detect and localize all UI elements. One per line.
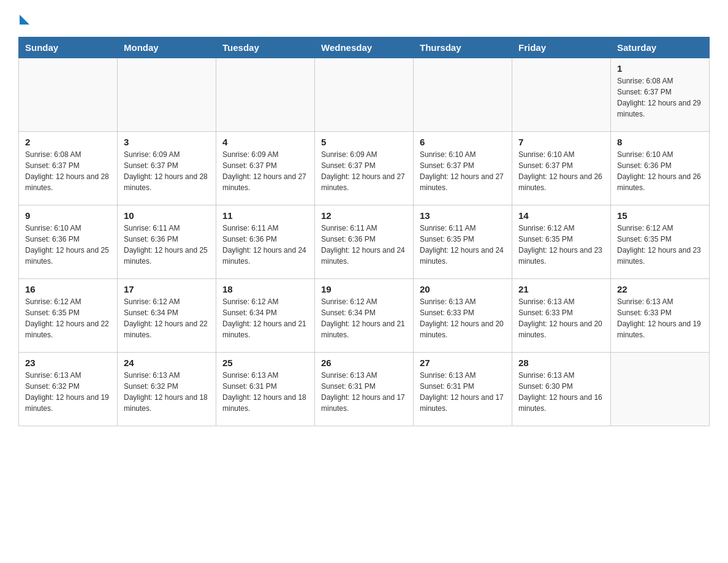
logo: [18, 12, 29, 25]
calendar-week-row: 16Sunrise: 6:12 AMSunset: 6:35 PMDayligh…: [19, 279, 710, 353]
day-info: Sunrise: 6:08 AMSunset: 6:37 PMDaylight:…: [25, 149, 111, 193]
calendar-day-cell: 24Sunrise: 6:13 AMSunset: 6:32 PMDayligh…: [118, 353, 216, 426]
day-number: 27: [420, 358, 506, 368]
calendar-day-cell: 8Sunrise: 6:10 AMSunset: 6:36 PMDaylight…: [611, 132, 710, 205]
day-info: Sunrise: 6:10 AMSunset: 6:36 PMDaylight:…: [25, 223, 111, 267]
day-number: 20: [420, 284, 506, 294]
day-info: Sunrise: 6:12 AMSunset: 6:35 PMDaylight:…: [25, 296, 111, 340]
calendar-day-cell: [512, 58, 611, 132]
page-header: [18, 12, 710, 25]
day-info: Sunrise: 6:12 AMSunset: 6:34 PMDaylight:…: [124, 296, 210, 340]
calendar-day-cell: 22Sunrise: 6:13 AMSunset: 6:33 PMDayligh…: [611, 279, 710, 353]
day-info: Sunrise: 6:10 AMSunset: 6:37 PMDaylight:…: [420, 149, 506, 193]
day-info: Sunrise: 6:12 AMSunset: 6:35 PMDaylight:…: [617, 223, 703, 267]
day-number: 9: [25, 210, 111, 221]
calendar-day-cell: 10Sunrise: 6:11 AMSunset: 6:36 PMDayligh…: [118, 205, 216, 279]
day-info: Sunrise: 6:12 AMSunset: 6:34 PMDaylight:…: [222, 296, 308, 340]
day-info: Sunrise: 6:11 AMSunset: 6:35 PMDaylight:…: [420, 223, 506, 267]
day-number: 18: [222, 284, 308, 294]
calendar-day-cell: 18Sunrise: 6:12 AMSunset: 6:34 PMDayligh…: [216, 279, 315, 353]
calendar-day-cell: 20Sunrise: 6:13 AMSunset: 6:33 PMDayligh…: [414, 279, 512, 353]
day-info: Sunrise: 6:10 AMSunset: 6:37 PMDaylight:…: [518, 149, 604, 193]
day-number: 4: [222, 137, 308, 147]
day-of-week-header: Saturday: [611, 37, 710, 58]
calendar-day-cell: 11Sunrise: 6:11 AMSunset: 6:36 PMDayligh…: [216, 205, 315, 279]
day-number: 10: [124, 210, 210, 221]
day-number: 13: [420, 210, 506, 221]
day-number: 24: [124, 358, 210, 368]
day-info: Sunrise: 6:11 AMSunset: 6:36 PMDaylight:…: [321, 223, 407, 267]
calendar-day-cell: 12Sunrise: 6:11 AMSunset: 6:36 PMDayligh…: [315, 205, 414, 279]
calendar-day-cell: 2Sunrise: 6:08 AMSunset: 6:37 PMDaylight…: [19, 132, 118, 205]
day-info: Sunrise: 6:13 AMSunset: 6:33 PMDaylight:…: [518, 296, 604, 340]
day-number: 8: [617, 137, 703, 147]
calendar-day-cell: 9Sunrise: 6:10 AMSunset: 6:36 PMDaylight…: [19, 205, 118, 279]
calendar-day-cell: [414, 58, 512, 132]
day-info: Sunrise: 6:13 AMSunset: 6:33 PMDaylight:…: [420, 296, 506, 340]
day-number: 7: [518, 137, 604, 147]
day-number: 25: [222, 358, 308, 368]
day-of-week-header: Monday: [118, 37, 216, 58]
logo-triangle-icon: [20, 15, 29, 25]
calendar-day-cell: 25Sunrise: 6:13 AMSunset: 6:31 PMDayligh…: [216, 353, 315, 426]
calendar-day-cell: 5Sunrise: 6:09 AMSunset: 6:37 PMDaylight…: [315, 132, 414, 205]
day-info: Sunrise: 6:13 AMSunset: 6:32 PMDaylight:…: [124, 370, 210, 414]
day-of-week-header: Wednesday: [315, 37, 414, 58]
calendar-week-row: 23Sunrise: 6:13 AMSunset: 6:32 PMDayligh…: [19, 353, 710, 426]
day-number: 26: [321, 358, 407, 368]
calendar-day-cell: 3Sunrise: 6:09 AMSunset: 6:37 PMDaylight…: [118, 132, 216, 205]
day-info: Sunrise: 6:08 AMSunset: 6:37 PMDaylight:…: [617, 75, 703, 120]
day-info: Sunrise: 6:09 AMSunset: 6:37 PMDaylight:…: [321, 149, 407, 193]
calendar-day-cell: 14Sunrise: 6:12 AMSunset: 6:35 PMDayligh…: [512, 205, 611, 279]
calendar-week-row: 2Sunrise: 6:08 AMSunset: 6:37 PMDaylight…: [19, 132, 710, 205]
calendar-day-cell: 19Sunrise: 6:12 AMSunset: 6:34 PMDayligh…: [315, 279, 414, 353]
day-number: 1: [617, 63, 703, 74]
calendar-day-cell: 27Sunrise: 6:13 AMSunset: 6:31 PMDayligh…: [414, 353, 512, 426]
calendar-day-cell: [19, 58, 118, 132]
day-number: 11: [222, 210, 308, 221]
calendar-day-cell: [315, 58, 414, 132]
day-info: Sunrise: 6:10 AMSunset: 6:36 PMDaylight:…: [617, 149, 703, 193]
day-number: 17: [124, 284, 210, 294]
day-info: Sunrise: 6:13 AMSunset: 6:31 PMDaylight:…: [420, 370, 506, 414]
calendar-day-cell: 1Sunrise: 6:08 AMSunset: 6:37 PMDaylight…: [611, 58, 710, 132]
calendar-day-cell: 26Sunrise: 6:13 AMSunset: 6:31 PMDayligh…: [315, 353, 414, 426]
calendar-day-cell: 21Sunrise: 6:13 AMSunset: 6:33 PMDayligh…: [512, 279, 611, 353]
day-info: Sunrise: 6:11 AMSunset: 6:36 PMDaylight:…: [222, 223, 308, 267]
day-number: 28: [518, 358, 604, 368]
calendar-table: SundayMondayTuesdayWednesdayThursdayFrid…: [18, 37, 710, 426]
calendar-day-cell: 13Sunrise: 6:11 AMSunset: 6:35 PMDayligh…: [414, 205, 512, 279]
day-number: 14: [518, 210, 604, 221]
day-info: Sunrise: 6:13 AMSunset: 6:30 PMDaylight:…: [518, 370, 604, 414]
calendar-week-row: 9Sunrise: 6:10 AMSunset: 6:36 PMDaylight…: [19, 205, 710, 279]
day-number: 15: [617, 210, 703, 221]
day-number: 19: [321, 284, 407, 294]
calendar-day-cell: [611, 353, 710, 426]
calendar-day-cell: 6Sunrise: 6:10 AMSunset: 6:37 PMDaylight…: [414, 132, 512, 205]
calendar-week-row: 1Sunrise: 6:08 AMSunset: 6:37 PMDaylight…: [19, 58, 710, 132]
calendar-day-cell: 28Sunrise: 6:13 AMSunset: 6:30 PMDayligh…: [512, 353, 611, 426]
calendar-day-cell: 4Sunrise: 6:09 AMSunset: 6:37 PMDaylight…: [216, 132, 315, 205]
day-number: 5: [321, 137, 407, 147]
day-info: Sunrise: 6:11 AMSunset: 6:36 PMDaylight:…: [124, 223, 210, 267]
calendar-day-cell: 16Sunrise: 6:12 AMSunset: 6:35 PMDayligh…: [19, 279, 118, 353]
day-info: Sunrise: 6:09 AMSunset: 6:37 PMDaylight:…: [222, 149, 308, 193]
day-number: 22: [617, 284, 703, 294]
day-number: 2: [25, 137, 111, 147]
calendar-day-cell: 23Sunrise: 6:13 AMSunset: 6:32 PMDayligh…: [19, 353, 118, 426]
day-info: Sunrise: 6:13 AMSunset: 6:31 PMDaylight:…: [321, 370, 407, 414]
day-number: 16: [25, 284, 111, 294]
calendar-day-cell: 15Sunrise: 6:12 AMSunset: 6:35 PMDayligh…: [611, 205, 710, 279]
day-info: Sunrise: 6:13 AMSunset: 6:33 PMDaylight:…: [617, 296, 703, 340]
calendar-header-row: SundayMondayTuesdayWednesdayThursdayFrid…: [19, 37, 710, 58]
day-info: Sunrise: 6:09 AMSunset: 6:37 PMDaylight:…: [124, 149, 210, 193]
calendar-day-cell: 17Sunrise: 6:12 AMSunset: 6:34 PMDayligh…: [118, 279, 216, 353]
day-of-week-header: Tuesday: [216, 37, 315, 58]
day-number: 23: [25, 358, 111, 368]
day-info: Sunrise: 6:12 AMSunset: 6:34 PMDaylight:…: [321, 296, 407, 340]
day-number: 12: [321, 210, 407, 221]
calendar-day-cell: [118, 58, 216, 132]
day-of-week-header: Friday: [512, 37, 611, 58]
day-info: Sunrise: 6:13 AMSunset: 6:32 PMDaylight:…: [25, 370, 111, 414]
calendar-day-cell: [216, 58, 315, 132]
